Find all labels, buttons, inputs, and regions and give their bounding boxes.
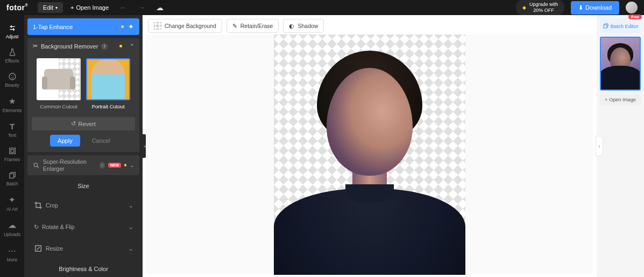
avatar[interactable] [626, 2, 638, 13]
star-icon: ★ [9, 96, 16, 106]
edited-image[interactable] [274, 34, 465, 275]
sidebar-label: Effects [5, 58, 19, 64]
sidebar-label: More [7, 257, 17, 262]
rotate-flip-row[interactable]: ↻ Rotate & Flip ⌄ [27, 218, 139, 236]
sidebar-item-elements[interactable]: ★ Elements [0, 92, 24, 117]
one-tap-enhance-button[interactable]: 1-Tap Enhance ✦ [27, 18, 139, 35]
rotate-icon: ↻ [34, 224, 39, 230]
upload-icon: ☁ [8, 220, 16, 230]
change-background-tool[interactable]: Change Background [148, 19, 222, 33]
upgrade-button[interactable]: ◆ Upgrade with 20% OFF [516, 0, 564, 16]
sidebar-label: Text [8, 133, 17, 138]
sparkle-icon: ✦ [9, 195, 16, 205]
stack-icon [8, 171, 17, 179]
resize-label: Resize [46, 245, 63, 252]
common-thumb [37, 58, 81, 100]
info-icon[interactable]: i [101, 43, 108, 50]
svg-rect-3 [9, 148, 15, 154]
chevron-up-icon: ⌃ [130, 43, 134, 49]
rotate-label: Rotate & Flip [42, 224, 75, 230]
canvas-toolbar: Change Background ✎ Retain/Erase ◐ Shado… [143, 15, 597, 37]
svg-point-2 [13, 75, 13, 76]
open-image-right-label: Open Image [609, 97, 636, 102]
crop-row[interactable]: Crop ⌄ [27, 196, 139, 215]
cutout-options: Common Cutout Portrait Cutout [27, 54, 139, 114]
sidebar-item-adjust[interactable]: Adjust [0, 19, 24, 44]
svg-point-6 [34, 163, 37, 166]
flask-icon [8, 48, 17, 57]
edit-menu[interactable]: Edit ▾ [38, 2, 63, 13]
download-label: Download [585, 4, 612, 11]
upgrade-line1: Upgrade with [529, 2, 558, 8]
sidebar-item-more[interactable]: ⋯ More [0, 241, 24, 267]
sidebar-item-uploads[interactable]: ☁ Uploads [0, 216, 24, 241]
redo-icon[interactable]: → [138, 3, 145, 12]
svg-rect-8 [604, 25, 607, 28]
sidebar-label: AI Art [6, 206, 18, 212]
canvas-viewport[interactable] [146, 34, 593, 274]
pencil-icon: ✎ [232, 23, 237, 29]
sidebar-label: Adjust [6, 34, 19, 39]
batch-editor-button[interactable]: Free Batch Editor [600, 18, 641, 33]
open-image-button[interactable]: + Open Image [70, 4, 109, 11]
chevron-down-icon: ▾ [55, 5, 58, 10]
open-image-label: Open Image [76, 4, 109, 11]
sidebar-item-text[interactable]: T Text [0, 117, 24, 142]
chevron-down-icon: ⌄ [130, 162, 134, 168]
tools-panel: 1-Tap Enhance ✦ ✂ Background Remover i ⌃… [24, 15, 143, 277]
cloud-icon[interactable]: ☁ [156, 3, 164, 12]
undo-icon[interactable]: ← [119, 3, 127, 12]
plus-icon: + [605, 97, 607, 102]
chevron-down-icon: ⌄ [129, 246, 133, 252]
right-panel-toggle[interactable]: › [596, 136, 603, 156]
cutout-common[interactable]: Common Cutout [37, 58, 81, 109]
size-header: Size [27, 175, 139, 192]
retain-erase-tool[interactable]: ✎ Retain/Erase [227, 19, 279, 33]
image-thumbnail[interactable] [600, 37, 641, 91]
svg-point-0 [9, 73, 16, 80]
bg-remover-label: Background Remover [41, 43, 98, 50]
cancel-button[interactable]: Cancel [86, 135, 117, 147]
batch-icon [603, 23, 609, 29]
sidebar-label: Elements [3, 108, 22, 113]
top-bar: fotor® Edit ▾ + Open Image ← → ☁ ◆ Upgra… [0, 0, 644, 15]
more-icon: ⋯ [8, 246, 16, 255]
sidebar-item-frames[interactable]: Frames [0, 142, 24, 167]
open-image-right-button[interactable]: + Open Image [600, 94, 641, 106]
cutout-portrait[interactable]: Portrait Cutout [86, 58, 130, 109]
wand-icon: ✦ [128, 23, 134, 31]
checker-icon [154, 22, 161, 30]
svg-point-1 [11, 75, 11, 76]
brand-text: fotor [6, 3, 25, 12]
brand-logo: fotor® [6, 3, 28, 12]
bg-remover-header[interactable]: ✂ Background Remover i ⌃ [27, 38, 139, 54]
icon-sidebar: Adjust Effects Beauty ★ Elements T Text … [0, 15, 24, 277]
revert-label: Revert [78, 121, 95, 127]
sidebar-item-ai-art[interactable]: ✦ AI Art [0, 191, 24, 216]
right-panel: Free Batch Editor + Open Image [597, 15, 644, 277]
diamond-icon: ◆ [522, 5, 526, 11]
upgrade-line2: 20% OFF [529, 8, 558, 13]
shadow-tool[interactable]: ◐ Shadow [283, 19, 324, 33]
apply-button[interactable]: Apply [50, 135, 80, 147]
premium-dot-icon [121, 25, 124, 28]
crop-icon [34, 201, 43, 210]
brightness-header: Brightness & Color [27, 258, 139, 275]
sidebar-item-beauty[interactable]: Beauty [0, 68, 24, 92]
text-icon: T [10, 122, 15, 131]
resize-row[interactable]: Resize ⌄ [27, 239, 139, 258]
resize-icon [34, 244, 43, 253]
info-icon[interactable]: i [100, 162, 105, 169]
svg-rect-5 [9, 174, 13, 178]
sidebar-item-effects[interactable]: Effects [0, 44, 24, 68]
sidebar-label: Batch [6, 181, 18, 186]
retain-erase-label: Retain/Erase [240, 23, 273, 29]
download-button[interactable]: ⬇ Download [571, 1, 619, 15]
change-bg-label: Change Background [165, 23, 216, 29]
batch-editor-label: Batch Editor [611, 23, 639, 29]
canvas-area: ◂ Change Background ✎ Retain/Erase ◐ Sha… [143, 15, 597, 277]
revert-button[interactable]: ↺ Revert [32, 117, 135, 130]
sidebar-item-batch[interactable]: Batch [0, 167, 24, 191]
download-icon: ⬇ [578, 4, 583, 11]
super-resolution-row[interactable]: Super-Resolution Enlarger i NEW ⌄ [27, 155, 139, 175]
